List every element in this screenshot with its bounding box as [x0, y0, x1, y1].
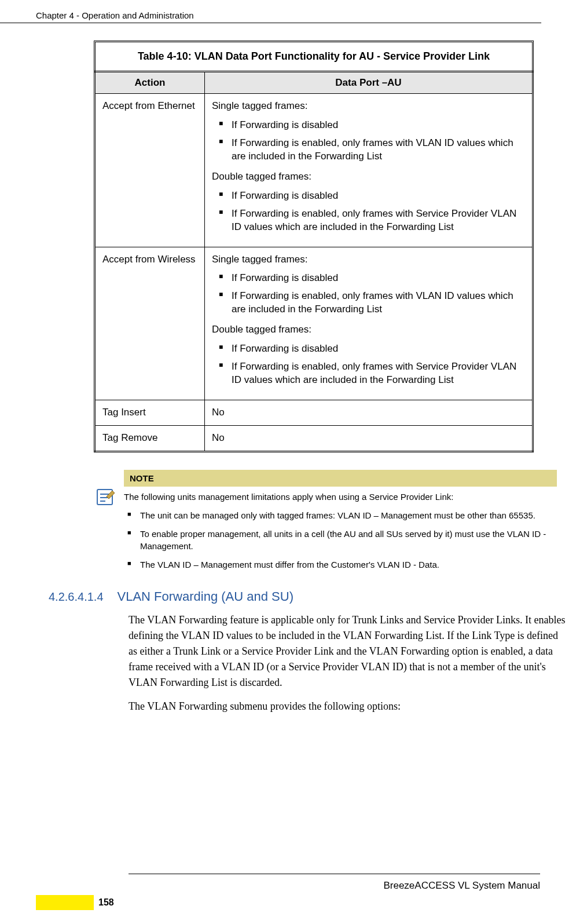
single-label: Single tagged frames: — [212, 100, 525, 113]
note-intro: The following units management limitatio… — [124, 491, 557, 503]
list-item: If Forwarding is enabled, only frames wi… — [212, 134, 525, 166]
cell-dataport: Single tagged frames: If Forwarding is d… — [205, 247, 533, 400]
double-label: Double tagged frames: — [212, 323, 525, 337]
table-row: Tag Remove No — [95, 425, 533, 451]
footer-rule — [129, 874, 540, 874]
cell-action: Tag Remove — [95, 425, 205, 451]
list-item: If Forwarding is enabled, only frames wi… — [212, 358, 525, 389]
page-number: 158 — [94, 897, 114, 908]
cell-action: Tag Insert — [95, 400, 205, 426]
cell-value: No — [205, 425, 533, 451]
body-paragraph: The VLAN Forwarding submenu provides the… — [129, 699, 568, 714]
bullet-list: If Forwarding is disabled If Forwarding … — [212, 269, 525, 319]
cell-dataport: Single tagged frames: If Forwarding is d… — [205, 94, 533, 247]
bullet-list: If Forwarding is disabled If Forwarding … — [212, 340, 525, 389]
table-wrap: Table 4-10: VLAN Data Port Functionality… — [94, 41, 534, 452]
section-heading: 4.2.6.4.1.4 VLAN Forwarding (AU and SU) — [49, 589, 540, 604]
body-paragraph: The VLAN Forwarding feature is applicabl… — [129, 612, 568, 691]
list-item: To enable proper management, all units i… — [124, 525, 557, 556]
section-number: 4.2.6.4.1.4 — [49, 590, 104, 604]
bullet-list: If Forwarding is disabled If Forwarding … — [212, 116, 525, 166]
note-list: The unit can be managed only with tagged… — [124, 506, 557, 574]
vlan-table: Table 4-10: VLAN Data Port Functionality… — [94, 41, 534, 452]
note-title: NOTE — [124, 470, 557, 487]
chapter-title: Chapter 4 - Operation and Administration — [36, 10, 194, 20]
list-item: If Forwarding is disabled — [212, 269, 525, 287]
page-content: Table 4-10: VLAN Data Port Functionality… — [0, 41, 576, 714]
cell-value: No — [205, 400, 533, 426]
th-dataport: Data Port –AU — [205, 72, 533, 94]
single-label: Single tagged frames: — [212, 253, 525, 266]
list-item: If Forwarding is enabled, only frames wi… — [212, 205, 525, 236]
table-caption: Table 4-10: VLAN Data Port Functionality… — [94, 41, 534, 71]
double-label: Double tagged frames: — [212, 170, 525, 184]
table-row: Tag Insert No — [95, 400, 533, 426]
list-item: If Forwarding is disabled — [212, 340, 525, 358]
cell-action: Accept from Wireless — [95, 247, 205, 400]
yellow-bar — [36, 895, 94, 910]
list-item: The VLAN ID – Management must differ fro… — [124, 556, 557, 574]
page-header: Chapter 4 - Operation and Administration — [0, 0, 541, 23]
cell-action: Accept from Ethernet — [95, 94, 205, 247]
page-number-block: 158 — [36, 895, 540, 910]
note-icon — [94, 487, 117, 508]
list-item: If Forwarding is disabled — [212, 116, 525, 134]
table-row: Accept from Wireless Single tagged frame… — [95, 247, 533, 400]
bullet-list: If Forwarding is disabled If Forwarding … — [212, 187, 525, 236]
note-body: NOTE The following units management limi… — [124, 470, 557, 578]
table-row: Accept from Ethernet Single tagged frame… — [95, 94, 533, 247]
section-title: VLAN Forwarding (AU and SU) — [118, 589, 293, 604]
list-item: The unit can be managed only with tagged… — [124, 506, 557, 525]
footer-manual: BreezeACCESS VL System Manual — [36, 880, 540, 892]
note-section: NOTE The following units management limi… — [94, 470, 557, 578]
page-footer: BreezeACCESS VL System Manual 158 — [0, 874, 576, 910]
th-action: Action — [95, 72, 205, 94]
list-item: If Forwarding is disabled — [212, 187, 525, 205]
list-item: If Forwarding is enabled, only frames wi… — [212, 287, 525, 319]
